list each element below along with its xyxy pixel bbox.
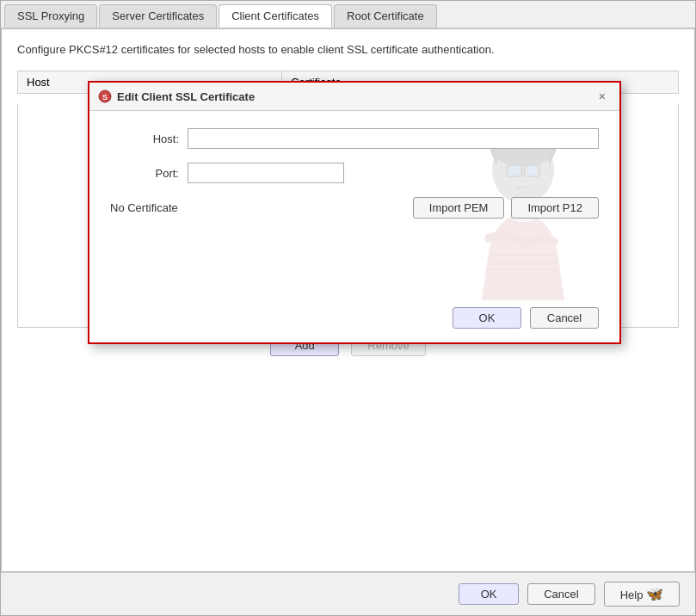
content-area: Configure PKCS#12 certificates for selec…	[1, 28, 695, 572]
host-input[interactable]	[188, 128, 599, 149]
tab-ssl-proxying[interactable]: SSL Proxying	[4, 4, 97, 28]
cert-buttons: Import PEM Import P12	[413, 197, 599, 219]
import-p12-button[interactable]: Import P12	[511, 197, 599, 219]
cert-status-row: No Certificate Import PEM Import P12	[110, 197, 599, 219]
main-window: SSL Proxying Server Certificates Client …	[0, 0, 696, 616]
import-pem-button[interactable]: Import PEM	[413, 197, 505, 219]
host-form-row: Host:	[110, 128, 599, 149]
modal-ok-button[interactable]: OK	[453, 307, 521, 329]
ok-button[interactable]: OK	[459, 583, 519, 605]
modal-body: Host: Port: No Certificate Import PEM Im…	[89, 111, 619, 300]
help-button[interactable]: Help 🦋	[604, 582, 680, 607]
port-label: Port:	[110, 167, 179, 180]
modal-overlay: S Edit Client SSL Certificate ×	[2, 29, 694, 571]
cert-status-label: No Certificate	[110, 201, 413, 214]
tab-bar: SSL Proxying Server Certificates Client …	[1, 1, 695, 28]
modal-close-button[interactable]: ×	[594, 88, 611, 105]
port-input[interactable]	[188, 163, 344, 183]
tab-client-certificates[interactable]: Client Certificates	[219, 4, 332, 28]
tab-server-certificates[interactable]: Server Certificates	[99, 4, 217, 28]
modal-icon: S	[98, 89, 112, 103]
modal-cancel-button[interactable]: Cancel	[530, 307, 599, 329]
help-icon: 🦋	[646, 587, 663, 601]
modal-dialog: S Edit Client SSL Certificate ×	[88, 81, 621, 344]
port-form-row: Port:	[110, 163, 599, 183]
modal-title-text: Edit Client SSL Certificate	[117, 90, 255, 103]
host-label: Host:	[110, 132, 179, 145]
bottom-buttons: OK Cancel Help 🦋	[1, 572, 695, 615]
modal-title-group: S Edit Client SSL Certificate	[98, 89, 255, 103]
svg-text:S: S	[102, 93, 108, 102]
cancel-button[interactable]: Cancel	[527, 583, 594, 605]
modal-titlebar: S Edit Client SSL Certificate ×	[89, 83, 619, 111]
modal-footer: OK Cancel	[89, 300, 619, 342]
tab-root-certificate[interactable]: Root Certificate	[334, 4, 437, 28]
help-label: Help	[620, 588, 644, 601]
